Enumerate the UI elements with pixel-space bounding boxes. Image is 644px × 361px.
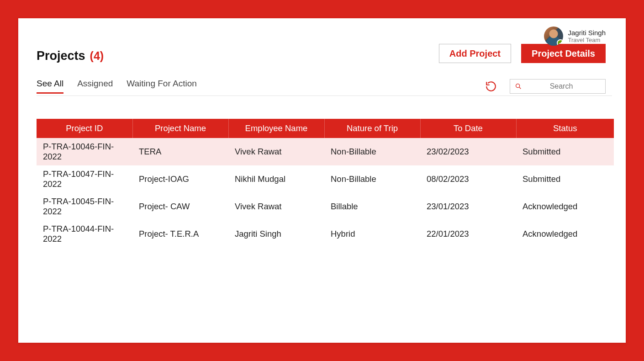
svg-point-0	[516, 84, 520, 87]
title-count: (4)	[90, 49, 104, 63]
table-row[interactable]: P-TRA-10047-FIN-2022Project-IOAGNikhil M…	[37, 165, 614, 193]
user-role: Travel Team	[568, 37, 606, 43]
cell-status: Submitted	[516, 165, 614, 193]
cell-name: Project- CAW	[132, 193, 228, 220]
table-row[interactable]: P-TRA-10044-FIN-2022Project- T.E.R.AJagr…	[37, 220, 614, 248]
title-text: Projects	[37, 49, 85, 63]
table-body: P-TRA-10046-FIN-2022TERAVivek RawatNon-B…	[37, 138, 614, 248]
col-employee-name: Employee Name	[228, 119, 324, 138]
cell-emp: Vivek Rawat	[228, 138, 324, 165]
col-nature: Nature of Trip	[324, 119, 420, 138]
add-project-button[interactable]: Add Project	[439, 44, 511, 63]
project-details-button[interactable]: Project Details	[521, 44, 606, 63]
projects-table: Project ID Project Name Employee Name Na…	[37, 119, 614, 248]
main-card: Jagriti Singh Travel Team Projects (4) A…	[18, 18, 626, 343]
search-icon	[515, 83, 522, 90]
col-project-name: Project Name	[132, 119, 228, 138]
cell-nat: Hybrid	[324, 220, 420, 248]
tabs: See All Assigned Waiting For Action	[37, 79, 197, 94]
cell-emp: Vivek Rawat	[228, 193, 324, 220]
presence-online-icon	[557, 39, 563, 46]
cell-id: P-TRA-10046-FIN-2022	[37, 138, 132, 165]
user-bar: Jagriti Singh Travel Team	[544, 27, 606, 46]
cell-id: P-TRA-10045-FIN-2022	[37, 193, 132, 220]
cell-nat: Non-Billable	[324, 138, 420, 165]
cell-status: Acknowledged	[516, 193, 614, 220]
cell-status: Submitted	[516, 138, 614, 165]
cell-date: 22/01/2023	[420, 220, 516, 248]
tab-waiting[interactable]: Waiting For Action	[127, 79, 196, 94]
cell-emp: Nikhil Mudgal	[228, 165, 324, 193]
cell-name: Project- T.E.R.A	[132, 220, 228, 248]
search-box[interactable]	[510, 79, 606, 94]
cell-id: P-TRA-10044-FIN-2022	[37, 220, 132, 248]
table-row[interactable]: P-TRA-10045-FIN-2022Project- CAWVivek Ra…	[37, 193, 614, 220]
cell-status: Acknowledged	[516, 220, 614, 248]
cell-id: P-TRA-10047-FIN-2022	[37, 165, 132, 193]
cell-emp: Jagriti Singh	[228, 220, 324, 248]
cell-date: 08/02/2023	[420, 165, 516, 193]
col-status: Status	[516, 119, 614, 138]
divider	[37, 96, 612, 96]
search-input[interactable]	[522, 82, 601, 90]
col-project-id: Project ID	[37, 119, 132, 138]
col-to-date: To Date	[420, 119, 516, 138]
refresh-icon[interactable]	[485, 80, 497, 92]
user-name: Jagriti Singh	[568, 29, 606, 37]
cell-date: 23/01/2023	[420, 193, 516, 220]
cell-nat: Billable	[324, 193, 420, 220]
tab-assigned[interactable]: Assigned	[77, 79, 113, 94]
cell-name: Project-IOAG	[132, 165, 228, 193]
tab-see-all[interactable]: See All	[37, 79, 63, 94]
table-row[interactable]: P-TRA-10046-FIN-2022TERAVivek RawatNon-B…	[37, 138, 614, 165]
avatar[interactable]	[544, 27, 563, 46]
cell-nat: Non-Billable	[324, 165, 420, 193]
cell-name: TERA	[132, 138, 228, 165]
svg-line-1	[519, 87, 521, 89]
cell-date: 23/02/2023	[420, 138, 516, 165]
table-header-row: Project ID Project Name Employee Name Na…	[37, 119, 614, 138]
page-title: Projects (4)	[37, 49, 104, 63]
